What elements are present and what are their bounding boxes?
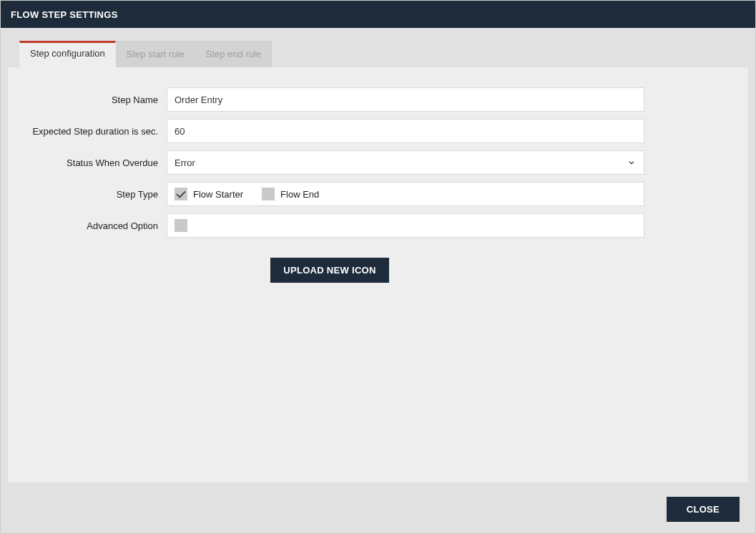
field-step-type: Flow Starter Flow End: [167, 182, 644, 206]
chevron-down-icon: [627, 157, 637, 168]
close-button[interactable]: CLOSE: [667, 497, 740, 522]
duration-input[interactable]: [175, 126, 637, 137]
field-step-name[interactable]: [167, 87, 644, 112]
tab-panel-step-configuration: Step Name Expected Step duration is sec.…: [8, 67, 748, 482]
tab-step-end-rule[interactable]: Step end rule: [195, 41, 272, 67]
flow-end-checkbox[interactable]: [262, 188, 275, 200]
row-step-name: Step Name: [15, 87, 644, 112]
upload-row: UPLOAD NEW ICON: [15, 258, 644, 283]
dialog-title: FLOW STEP SETTINGS: [1, 1, 755, 28]
label-duration: Expected Step duration is sec.: [15, 126, 158, 137]
overdue-selected-value: Error: [175, 157, 195, 168]
row-duration: Expected Step duration is sec.: [15, 119, 644, 143]
dialog-footer: CLOSE: [1, 490, 755, 533]
label-overdue: Status When Overdue: [15, 157, 158, 168]
label-step-type: Step Type: [15, 189, 158, 200]
flow-end-label: Flow End: [280, 189, 319, 200]
step-configuration-form: Step Name Expected Step duration is sec.…: [15, 87, 644, 283]
row-overdue: Status When Overdue Error: [15, 150, 644, 175]
label-step-name: Step Name: [15, 94, 158, 105]
field-duration[interactable]: [167, 119, 644, 143]
row-advanced: Advanced Option: [15, 213, 644, 238]
advanced-option-checkbox[interactable]: [175, 219, 187, 232]
tab-step-configuration[interactable]: Step configuration: [19, 41, 116, 67]
row-step-type: Step Type Flow Starter Flow End: [15, 182, 644, 206]
label-advanced: Advanced Option: [15, 220, 158, 231]
field-advanced: [167, 213, 644, 238]
flow-step-settings-dialog: FLOW STEP SETTINGS Step configuration St…: [0, 0, 756, 534]
upload-new-icon-button[interactable]: UPLOAD NEW ICON: [270, 258, 388, 283]
tab-step-start-rule[interactable]: Step start rule: [116, 41, 195, 67]
status-when-overdue-select[interactable]: Error: [167, 150, 644, 175]
flow-starter-checkbox[interactable]: [175, 188, 187, 200]
dialog-body: Step configuration Step start rule Step …: [1, 28, 755, 490]
step-name-input[interactable]: [175, 94, 637, 105]
flow-starter-label: Flow Starter: [193, 189, 243, 200]
tab-bar: Step configuration Step start rule Step …: [19, 41, 748, 67]
